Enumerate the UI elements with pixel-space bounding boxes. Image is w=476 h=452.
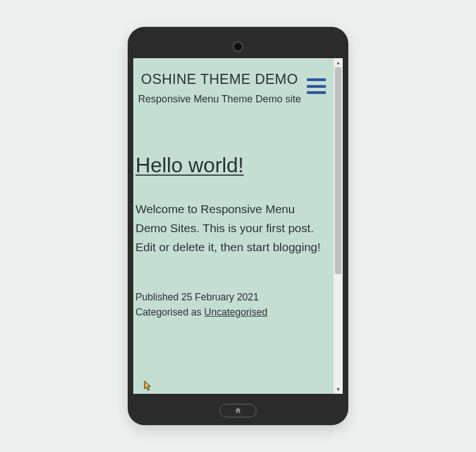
category-link[interactable]: Uncategorised <box>204 307 268 318</box>
site-header: OSHINE THEME DEMO Responsive Menu Theme … <box>133 70 324 106</box>
phone-frame: OSHINE THEME DEMO Responsive Menu Theme … <box>128 27 348 425</box>
site-title[interactable]: OSHINE THEME DEMO <box>138 70 301 88</box>
hamburger-bar <box>307 85 326 88</box>
post-title-link[interactable]: Hello world! <box>136 154 321 177</box>
post-body: Welcome to Responsive Menu Demo Sites. T… <box>136 200 321 256</box>
scroll-down-arrow-icon[interactable]: ▼ <box>334 385 343 394</box>
scrollbar-thumb[interactable] <box>335 67 342 274</box>
phone-screen: OSHINE THEME DEMO Responsive Menu Theme … <box>133 58 343 394</box>
published-label: Published <box>136 291 181 303</box>
post-article: Hello world! Welcome to Responsive Menu … <box>133 106 324 320</box>
post-categories: Categorised as Uncategorised <box>136 305 321 320</box>
header-titles: OSHINE THEME DEMO Responsive Menu Theme … <box>138 70 301 106</box>
hamburger-menu-icon[interactable] <box>307 78 326 94</box>
post-meta: Published 25 February 2021 Categorised a… <box>136 290 321 320</box>
categorised-label: Categorised as <box>136 307 204 318</box>
site-tagline: Responsive Menu Theme Demo site <box>138 92 301 106</box>
scrollbar-track[interactable] <box>334 67 343 385</box>
published-date: 25 February 2021 <box>181 291 259 303</box>
phone-camera <box>233 41 244 52</box>
phone-home-button[interactable] <box>220 404 256 417</box>
page-viewport: OSHINE THEME DEMO Responsive Menu Theme … <box>133 58 334 394</box>
hamburger-bar <box>307 78 326 81</box>
vertical-scrollbar[interactable]: ▲ ▼ <box>334 58 343 394</box>
post-published: Published 25 February 2021 <box>136 290 321 305</box>
hamburger-bar <box>307 91 326 94</box>
scroll-up-arrow-icon[interactable]: ▲ <box>334 58 343 67</box>
home-icon <box>234 407 242 415</box>
